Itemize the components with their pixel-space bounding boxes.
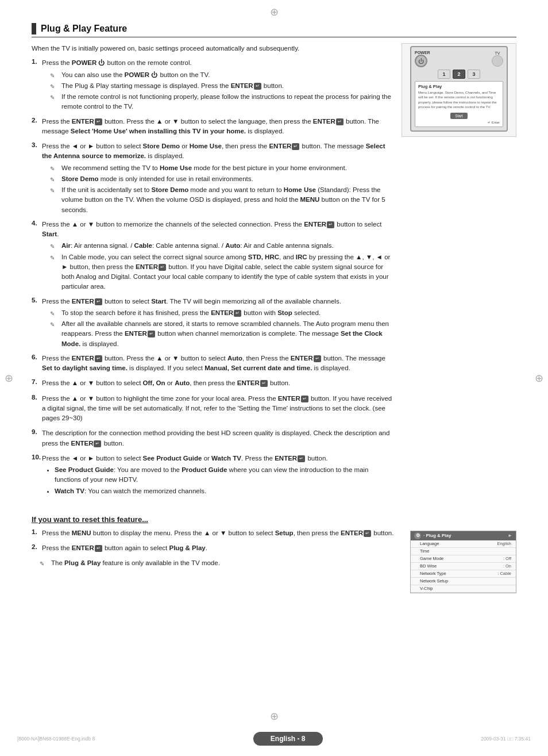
step-6: 6. Press the ENTER↵ button. Press the ▲ … — [32, 354, 396, 375]
setup-row-label: V-Chip — [420, 586, 433, 591]
note-pencil-icon: ✎ — [40, 559, 49, 568]
setup-menu-box: ⚙ · Plug & Play ► Language English Time … — [410, 531, 516, 593]
setup-row-language: Language English — [411, 540, 516, 548]
step-1-content: Press the POWER ⏻ button on the remote c… — [42, 58, 396, 113]
second-step-1-content: Press the MENU button to display the men… — [42, 528, 404, 540]
step-4-num: 4. — [32, 220, 42, 227]
note-item: ✎We recommend setting the TV to Home Use… — [50, 163, 396, 173]
note-item: ✎If the unit is accidentally set to Stor… — [50, 185, 396, 215]
setup-menu-header: ⚙ · Plug & Play ► — [411, 531, 516, 540]
tv-dialog-title: Plug & Play — [418, 84, 500, 89]
step-7-num: 7. — [32, 378, 42, 385]
note-pencil-icon: ✎ — [50, 71, 59, 80]
step-1-notes: ✎You can also use the POWER ⏻ button on … — [50, 70, 396, 112]
setup-row-value: : On — [503, 563, 511, 569]
bullet-item: Watch TV: You can watch the memorized ch… — [55, 486, 396, 496]
note-item: ✎ The Plug & Play feature is only availa… — [40, 558, 404, 568]
second-note: ✎ The Plug & Play feature is only availa… — [40, 558, 404, 568]
intro-paragraph: When the TV is initially powered on, bas… — [32, 43, 396, 53]
setup-row-label: Network Type — [420, 571, 446, 576]
second-step-2-num: 2. — [32, 543, 42, 550]
tv-power-label: POWER — [415, 51, 430, 55]
step-5-text: Press the ENTER↵ button to select Start.… — [42, 297, 396, 306]
step-8: 8. Press the ▲ or ▼ button to highlight … — [32, 394, 396, 425]
step-9: 9. The description for the connection me… — [32, 428, 396, 450]
note-item: ✎To stop the search before it has finish… — [50, 308, 396, 318]
note-item: ✎The Plug & Play starting message is dis… — [50, 81, 396, 91]
section-heading: Plug & Play Feature — [32, 23, 516, 37]
step-6-text: Press the ENTER↵ button. Press the ▲ or … — [42, 354, 396, 374]
tv-dialog-text: Menu Language, Store Demo, Channels, and… — [418, 90, 500, 110]
step-6-num: 6. — [32, 354, 42, 360]
crosshair-bottom-icon: ⊕ — [268, 710, 280, 722]
step-1-num: 1. — [32, 58, 42, 65]
page-title: Plug & Play Feature — [41, 24, 127, 34]
step-7-content: Press the ▲ or ▼ button to select Off, O… — [42, 378, 396, 390]
page-container: ⊕ ⊕ ⊕ Plug & Play Feature When the TV is… — [0, 0, 548, 756]
step-1-text: Press the POWER ⏻ button on the remote c… — [42, 58, 396, 68]
note-pencil-icon: ✎ — [50, 175, 59, 184]
crosshair-right-icon: ⊕ — [535, 372, 543, 385]
step-10-bullets: See Product Guide: You are moved to the … — [42, 465, 396, 496]
step-3: 3. Press the ◄ or ► button to select Sto… — [32, 141, 396, 216]
tv-start-button: Start — [450, 113, 468, 119]
setup-icon: ⚙ — [414, 532, 421, 539]
setup-arrow-icon: ► — [508, 533, 512, 538]
note-pencil-icon: ✎ — [50, 82, 59, 91]
second-main-text: 1. Press the MENU button to display the … — [32, 528, 404, 570]
main-content-area: When the TV is initially powered on, bas… — [32, 43, 516, 501]
setup-row-bdwise: BD Wise : On — [411, 563, 516, 570]
step-3-content: Press the ◄ or ► button to select Store … — [42, 141, 396, 216]
setup-menu-title: · Plug & Play — [423, 533, 451, 538]
note-pencil-icon: ✎ — [50, 164, 59, 173]
crosshair-top-icon: ⊕ — [268, 6, 280, 17]
note-pencil-icon: ✎ — [50, 93, 59, 102]
second-step-2-text: Press the ENTER↵ button again to select … — [42, 543, 404, 553]
setup-row-label: Network Setup — [420, 578, 448, 584]
crosshair-left-icon: ⊕ — [5, 372, 13, 385]
step-8-num: 8. — [32, 394, 42, 401]
second-step-1: 1. Press the MENU button to display the … — [32, 528, 404, 540]
note-item: ✎Store Demo mode is only intended for us… — [50, 174, 396, 184]
step-10-text: Press the ◄ or ► button to select See Pr… — [42, 454, 396, 463]
second-step-1-text: Press the MENU button to display the men… — [42, 528, 404, 538]
tv-num-2: 2 — [453, 70, 465, 79]
note-item: ✎After all the available channels are st… — [50, 319, 396, 349]
tv-dialog-box: Plug & Play Menu Language, Store Demo, C… — [415, 81, 503, 127]
step-3-text: Press the ◄ or ► button to select Store … — [42, 141, 396, 162]
step-7-text: Press the ▲ or ▼ button to select Off, O… — [42, 378, 396, 388]
tv-enter-note: ↵ Enter — [418, 120, 500, 124]
tv-num-3: 3 — [468, 70, 480, 79]
tv-power-button: ⏻ — [415, 55, 427, 67]
step-7: 7. Press the ▲ or ▼ button to select Off… — [32, 378, 396, 390]
setup-row-networktype: Network Type : Cable — [411, 570, 516, 578]
note-item: ✎If the remote control is not functionin… — [50, 92, 396, 112]
heading-bar — [32, 23, 36, 34]
tv-image-container: POWER ⏻ TV 1 2 3 Plug & Pl — [402, 43, 516, 137]
step-4-notes: ✎Air: Air antenna signal. / Cable: Cable… — [50, 241, 396, 291]
note-pencil-icon: ✎ — [50, 320, 59, 329]
second-step-2-content: Press the ENTER↵ button again to select … — [42, 543, 404, 555]
step-8-content: Press the ▲ or ▼ button to highlight the… — [42, 394, 396, 425]
setup-row-label: Game Mode — [420, 556, 443, 561]
step-10-num: 10. — [32, 454, 42, 460]
step-9-content: The description for the connection metho… — [42, 428, 396, 450]
setup-row-value: : Off — [503, 556, 511, 561]
step-4: 4. Press the ▲ or ▼ button to memorize t… — [32, 220, 396, 293]
step-2-text: Press the ENTER↵ button. Press the ▲ or … — [42, 117, 396, 137]
step-2-num: 2. — [32, 117, 42, 124]
second-steps-list: 1. Press the MENU button to display the … — [32, 528, 404, 555]
step-3-num: 3. — [32, 141, 42, 148]
step-8-text: Press the ▲ or ▼ button to highlight the… — [42, 394, 396, 424]
second-content-area: 1. Press the MENU button to display the … — [32, 528, 516, 593]
tv-number-row: 1 2 3 — [415, 70, 503, 79]
footer-date-info: 2009-03-31 □□ 7:35:41 — [481, 736, 531, 742]
setup-row-value: : Cable — [497, 571, 511, 576]
note-pencil-icon: ✎ — [50, 242, 59, 251]
note-pencil-icon: ✎ — [50, 254, 59, 262]
note-item: ✎You can also use the POWER ⏻ button on … — [50, 70, 396, 80]
second-step-1-num: 1. — [32, 528, 42, 535]
second-section: If you want to reset this feature... 1. … — [32, 515, 516, 593]
step-5-num: 5. — [32, 297, 42, 304]
footer-file-info: [8000-NA]BN68-01988E-Eng.indb 8 — [17, 736, 95, 742]
